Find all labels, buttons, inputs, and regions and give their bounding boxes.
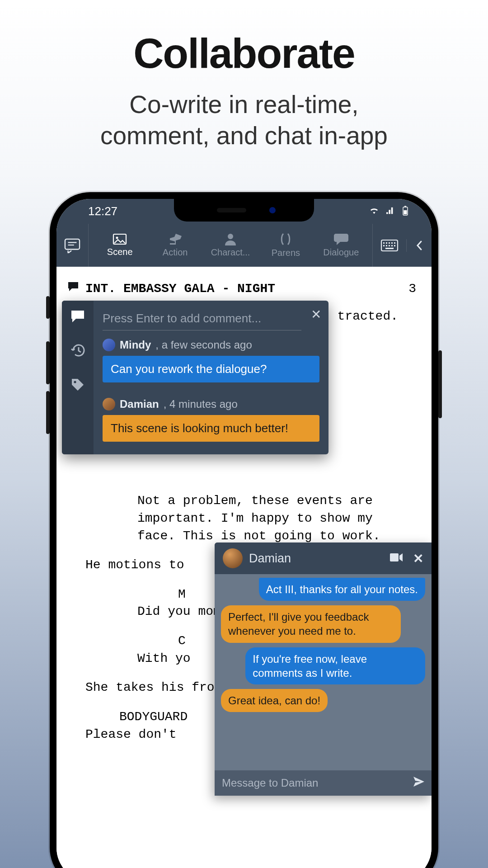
svg-rect-13 xyxy=(391,242,393,244)
svg-rect-16 xyxy=(386,245,387,246)
chat-message-out: Perfect, I'll give you feedback whenever… xyxy=(221,605,401,642)
comment-panel: ✕ Press Enter to add comment... Mindy , … xyxy=(62,301,328,454)
svg-rect-3 xyxy=(65,239,80,249)
battery-icon xyxy=(402,206,409,217)
comments-toggle-button[interactable] xyxy=(56,238,88,253)
phone-frame: 12:27 Scene xyxy=(50,192,438,868)
chat-window: Damian ✕ Act III, thanks for all your no… xyxy=(215,542,432,796)
svg-point-21 xyxy=(74,381,76,383)
chat-message-out: Great idea, can do! xyxy=(221,689,328,712)
action-label: Action xyxy=(163,247,188,258)
dialogue-element-button[interactable]: Dialogue xyxy=(314,233,369,258)
svg-rect-2 xyxy=(404,210,407,214)
promo-title: Collaborate xyxy=(0,29,488,78)
phone-power-button xyxy=(438,350,442,418)
svg-rect-20 xyxy=(385,248,394,249)
close-icon[interactable]: ✕ xyxy=(413,551,423,566)
comment-author: Mindy xyxy=(120,339,151,351)
chat-input-placeholder: Message to Damian xyxy=(222,777,318,789)
history-tab-icon[interactable] xyxy=(70,343,85,359)
phone-screen: 12:27 Scene xyxy=(56,199,432,868)
scene-element-button[interactable]: Scene xyxy=(92,233,147,257)
svg-rect-14 xyxy=(394,242,395,244)
svg-rect-1 xyxy=(404,206,406,207)
svg-point-7 xyxy=(116,237,118,239)
wifi-icon xyxy=(369,207,379,217)
svg-rect-10 xyxy=(383,242,385,244)
character-label: Charact... xyxy=(211,247,250,258)
avatar xyxy=(223,548,243,568)
chat-input[interactable]: Message to Damian xyxy=(215,770,432,796)
phone-notch xyxy=(174,199,314,222)
comments-tab-icon[interactable] xyxy=(70,310,85,325)
video-call-icon[interactable] xyxy=(389,552,403,564)
svg-rect-12 xyxy=(389,242,390,244)
svg-rect-22 xyxy=(390,553,399,561)
action-element-button[interactable]: Action xyxy=(147,233,202,258)
status-icons xyxy=(369,206,409,217)
phone-silence-switch xyxy=(46,296,50,319)
dialogue-label: Dialogue xyxy=(323,247,359,258)
page-number: 3 xyxy=(408,280,421,298)
avatar xyxy=(103,398,115,410)
promo-header: Collaborate Co-write in real-time, comme… xyxy=(0,0,488,151)
parens-label: Parens xyxy=(272,248,300,258)
comment-input[interactable]: Press Enter to add comment... xyxy=(103,309,301,330)
svg-rect-19 xyxy=(394,245,395,246)
comment-panel-rail xyxy=(62,301,94,454)
signal-icon xyxy=(385,207,395,217)
scene-label: Scene xyxy=(107,247,133,257)
promo-subtitle: Co-write in real-time, comment, and chat… xyxy=(0,89,488,151)
phone-volume-up xyxy=(46,341,50,384)
svg-rect-18 xyxy=(391,245,393,246)
svg-point-8 xyxy=(228,234,233,239)
comment-text[interactable]: This scene is looking much better! xyxy=(103,415,319,442)
app-toolbar: Scene Action Charact... Parens Dialogue xyxy=(56,224,432,267)
phone-volume-down xyxy=(46,391,50,434)
parens-element-button[interactable]: Parens xyxy=(258,232,313,258)
comment-time: , a few seconds ago xyxy=(155,339,252,351)
comment-time: , 4 minutes ago xyxy=(164,398,238,410)
dialogue-block[interactable]: Not a problem, these events are importan… xyxy=(137,492,403,545)
chat-message-in: Act III, thanks for all your notes. xyxy=(259,578,425,601)
scene-comment-marker-icon[interactable] xyxy=(67,280,79,298)
svg-rect-15 xyxy=(383,245,385,246)
chat-body[interactable]: Act III, thanks for all your notes. Perf… xyxy=(215,574,432,770)
svg-rect-11 xyxy=(386,242,387,244)
status-time: 12:27 xyxy=(88,204,117,218)
collapse-button[interactable] xyxy=(407,240,432,251)
send-icon[interactable] xyxy=(413,776,424,790)
keyboard-button[interactable] xyxy=(373,239,407,252)
comment-entry: Damian , 4 minutes ago This scene is loo… xyxy=(103,398,319,442)
tags-tab-icon[interactable] xyxy=(70,377,85,394)
comment-author: Damian xyxy=(120,398,159,410)
comment-text[interactable]: Can you rework the dialogue? xyxy=(103,356,319,382)
chat-contact-name: Damian xyxy=(249,552,383,566)
comment-entry: Mindy , a few seconds ago Can you rework… xyxy=(103,339,319,382)
chat-header: Damian ✕ xyxy=(215,542,432,574)
svg-rect-17 xyxy=(389,245,390,246)
character-element-button[interactable]: Charact... xyxy=(203,233,258,258)
avatar xyxy=(103,339,115,351)
scene-heading[interactable]: INT. EMBASSY GALA - NIGHT xyxy=(85,280,275,298)
chat-message-in: If you're free now, leave comments as I … xyxy=(245,647,425,684)
close-icon[interactable]: ✕ xyxy=(311,307,321,322)
